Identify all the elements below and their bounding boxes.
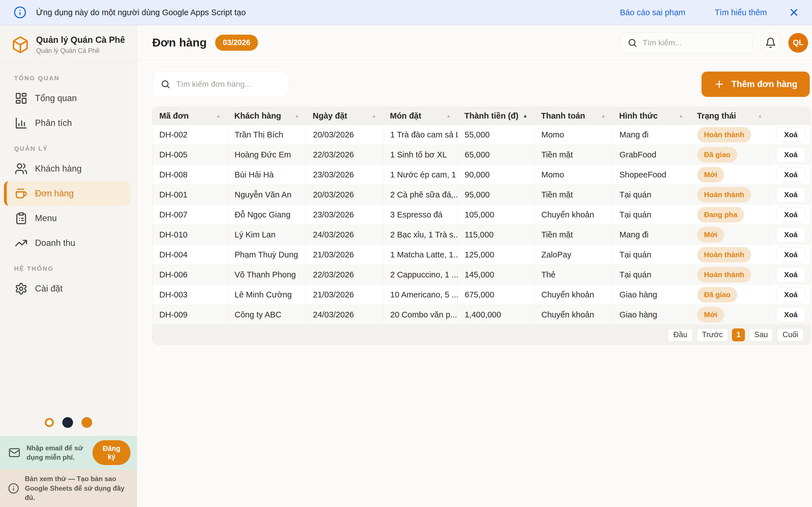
cell-id: DH-009 (153, 305, 227, 325)
email-signup-banner: Nhập email để sử dụng miễn phí. Đăng ký (0, 436, 137, 469)
sidebar-item-label: Phân tích (35, 118, 72, 128)
theme-dot-navy[interactable] (62, 417, 73, 428)
cell-payment: Chuyển khoản (534, 205, 612, 224)
pagination-next[interactable]: Sau (749, 328, 773, 341)
theme-dot-white[interactable] (45, 418, 54, 427)
status-badge: Hoàn thành (697, 267, 751, 283)
bar-chart-icon (15, 117, 28, 129)
sidebar-item-label: Cài đặt (35, 284, 63, 294)
column-label: Mã đơn (159, 111, 189, 121)
column-header-6[interactable]: Hình thức▲ (612, 107, 690, 124)
table-row: DH-002Trần Thị Bích20/03/20261 Trà đào c… (153, 125, 810, 145)
status-badge: Hoàn thành (697, 247, 751, 263)
pagination-prev[interactable]: Trước (697, 328, 728, 341)
table-row: DH-007Đỗ Ngọc Giang23/03/20263 Espresso … (153, 205, 810, 225)
column-header-5[interactable]: Thanh toán▲ (534, 107, 612, 124)
column-header-3[interactable]: Món đặt▲ (383, 107, 458, 124)
delete-button[interactable]: Xoá (776, 187, 806, 203)
learn-more-link[interactable]: Tìm hiểu thêm (715, 8, 767, 17)
cell-total: 95,000 (458, 185, 534, 205)
cell-items: 1 Matcha Latte, 1... (383, 245, 458, 265)
sidebar-item-khach-hang[interactable]: Khách hàng (0, 156, 137, 181)
status-badge: Hoàn thành (697, 187, 751, 203)
order-search-input[interactable] (176, 80, 281, 89)
cell-date: 20/03/2026 (306, 185, 383, 205)
add-order-label: Thêm đơn hàng (731, 79, 797, 89)
cell-channel: Giao hàng (612, 305, 690, 325)
cell-items: 1 Nước ép cam, 1 ... (383, 165, 458, 184)
cell-actions: Xoá (769, 165, 810, 184)
pagination-first[interactable]: Đầu (668, 328, 693, 341)
cell-status: Đã giao (690, 285, 769, 304)
delete-button[interactable]: Xoá (776, 207, 806, 223)
cell-actions: Xoá (769, 305, 810, 325)
order-search[interactable] (152, 71, 289, 97)
email-banner-text: Nhập email để sử dụng miễn phí. (27, 443, 86, 462)
section-label-system: HỆ THỐNG (14, 265, 137, 272)
coffee-cup-icon (15, 187, 28, 200)
delete-button[interactable]: Xoá (776, 147, 806, 163)
cell-actions: Xoá (769, 125, 810, 145)
sidebar: Quản lý Quán Cà Phê Quản lý Quán Cà Phê … (0, 25, 137, 507)
brand: Quản lý Quán Cà Phê Quản lý Quán Cà Phê (0, 25, 137, 63)
sidebar-item-tong-quan[interactable]: Tổng quan (0, 86, 137, 111)
pagination-last[interactable]: Cuối (777, 328, 804, 341)
cell-payment: Momo (534, 165, 612, 184)
global-search-input[interactable] (643, 38, 746, 47)
cell-status: Hoàn thành (690, 185, 769, 205)
delete-button[interactable]: Xoá (776, 307, 806, 323)
cell-status: Đang pha (690, 205, 769, 224)
sort-arrow-icon: ▲ (446, 113, 451, 119)
sidebar-spacer (0, 301, 137, 417)
column-header-4[interactable]: Thành tiền (đ)▲ (458, 107, 534, 124)
sidebar-item-phan-tich[interactable]: Phân tích (0, 111, 137, 135)
cell-channel: Mang đi (612, 125, 690, 145)
cell-actions: Xoá (769, 145, 810, 165)
column-header-2[interactable]: Ngày đặt▲ (306, 107, 383, 124)
sort-arrow-icon: ▲ (294, 113, 299, 119)
status-badge: Mới (697, 227, 724, 242)
sidebar-item-menu[interactable]: Menu (0, 206, 137, 231)
delete-button[interactable]: Xoá (776, 227, 806, 242)
cell-customer: Trần Thị Bích (227, 125, 306, 145)
delete-button[interactable]: Xoá (776, 167, 806, 182)
cell-payment: Tiền mặt (534, 145, 612, 165)
delete-button[interactable]: Xoá (776, 247, 806, 263)
global-search[interactable] (620, 33, 753, 53)
column-header-actions (769, 107, 810, 124)
cell-id: DH-005 (153, 145, 227, 165)
delete-button[interactable]: Xoá (776, 287, 806, 302)
delete-button[interactable]: Xoá (776, 267, 806, 283)
table-row: DH-005Hoàng Đức Em22/03/20261 Sinh tố bơ… (153, 145, 810, 165)
cell-items: 10 Americano, 5 ... (383, 285, 458, 304)
status-badge: Đã giao (697, 287, 737, 302)
column-label: Ngày đặt (313, 111, 347, 121)
theme-dot-orange[interactable] (82, 417, 92, 428)
pagination-current-page[interactable]: 1 (732, 328, 745, 341)
column-header-7[interactable]: Trạng thái▲ (690, 107, 769, 124)
close-icon[interactable] (788, 7, 800, 18)
report-abuse-link[interactable]: Báo cáo sai phạm (620, 8, 686, 17)
sidebar-item-doanh-thu[interactable]: Doanh thu (0, 231, 137, 256)
add-order-button[interactable]: Thêm đơn hàng (702, 71, 810, 97)
plus-icon (714, 79, 725, 90)
cell-items: 1 Trà đào cam sả L (383, 125, 458, 145)
cell-actions: Xoá (769, 285, 810, 304)
delete-button[interactable]: Xoá (776, 127, 806, 143)
sidebar-item-don-hang[interactable]: Đơn hàng (4, 181, 131, 206)
cell-actions: Xoá (769, 265, 810, 284)
main-area: Đơn hàng 03/2026 QL (137, 25, 812, 507)
cell-customer: Lê Minh Cường (227, 285, 306, 304)
avatar[interactable]: QL (788, 33, 808, 53)
cell-date: 21/03/2026 (306, 285, 383, 304)
cell-customer: Phạm Thuỳ Dung (227, 245, 306, 265)
cell-total: 1,400,000 (458, 305, 534, 325)
column-header-1[interactable]: Khách hàng▲ (227, 107, 306, 124)
sidebar-item-cai-dat[interactable]: Cài đặt (0, 276, 137, 301)
signup-button[interactable]: Đăng ký (93, 440, 131, 465)
notifications-button[interactable] (761, 33, 780, 53)
cell-total: 105,000 (458, 205, 534, 224)
cell-items: 20 Combo văn p... (383, 305, 458, 325)
cell-customer: Võ Thanh Phong (227, 265, 306, 284)
column-header-0[interactable]: Mã đơn▲ (153, 107, 227, 124)
